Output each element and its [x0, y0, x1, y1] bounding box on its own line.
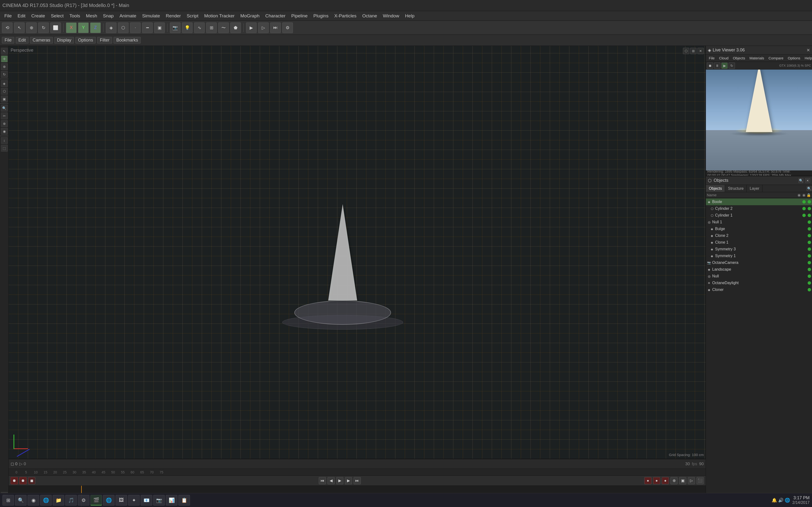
lv-stop[interactable]: ⏹	[707, 62, 713, 69]
menu-window[interactable]: Window	[380, 12, 402, 19]
left-tool-a3[interactable]: ▣	[1, 96, 8, 102]
left-tool-b1[interactable]: 🔍	[1, 105, 8, 112]
tool-deform[interactable]: 〜	[218, 22, 229, 33]
obj-tab-search-icon[interactable]: 🔍	[807, 186, 812, 191]
viewport[interactable]: Perspective ⬡ ⊞ ✕ Grid Spacing: 100 cm	[9, 46, 706, 459]
obj-vis-clone2[interactable]	[808, 234, 811, 237]
taskbar-chrome[interactable]: 🌐	[103, 495, 114, 506]
axis-z[interactable]: Z	[90, 22, 101, 33]
lv-menu-options[interactable]: Options	[786, 56, 802, 60]
menu-character[interactable]: Character	[263, 12, 288, 19]
left-tool-b3[interactable]: ⊕	[1, 120, 8, 127]
lv-play[interactable]: ▶	[721, 62, 728, 69]
axis-y[interactable]: Y	[78, 22, 89, 33]
menu-snap[interactable]: Snap	[101, 12, 116, 19]
tl-play[interactable]: ▶	[336, 477, 343, 484]
taskbar-start[interactable]: ⊞	[2, 495, 14, 506]
tl-stop[interactable]: ◼	[28, 477, 35, 484]
tl-goto-start[interactable]: ⏮	[319, 477, 326, 484]
tl-r2[interactable]: ●	[653, 477, 660, 484]
menu-render[interactable]: Render	[163, 12, 183, 19]
menu-tools[interactable]: Tools	[67, 12, 83, 19]
tl-goto-end[interactable]: ⏭	[354, 477, 361, 484]
lv-menu-compare[interactable]: Compare	[767, 56, 785, 60]
left-tool-c1[interactable]: ↕	[1, 137, 8, 144]
tool-spline[interactable]: ∿	[194, 22, 205, 33]
obj-item-cyl1[interactable]: ⬡ Cylinder 1	[709, 212, 812, 219]
obj-vis-daylight[interactable]	[808, 281, 811, 285]
obj-item-sym3[interactable]: ◈ Symmetry 3	[709, 246, 812, 252]
tl-next-frame[interactable]: ▶	[345, 477, 352, 484]
tb2-display[interactable]: Display	[54, 37, 74, 44]
menu-select[interactable]: Select	[48, 12, 66, 19]
tl-r1[interactable]: ●	[644, 477, 652, 484]
obj-item-null1[interactable]: ◎ Null 1	[706, 219, 812, 225]
menu-xparticles[interactable]: X-Particles	[332, 12, 359, 19]
tool-nurbs[interactable]: ⊞	[206, 22, 217, 33]
menu-simulate[interactable]: Simulate	[140, 12, 162, 19]
obj-item-cloner[interactable]: ◈ Cloner	[706, 286, 812, 293]
obj-vis-cyl2[interactable]	[802, 207, 806, 210]
tb2-edit2[interactable]: Edit	[16, 37, 29, 44]
lv-pause[interactable]: ⏸	[714, 62, 720, 69]
obj-tab-structure[interactable]: Structure	[725, 185, 747, 192]
menu-help[interactable]: Help	[403, 12, 417, 19]
tool-model[interactable]: ◈	[106, 22, 116, 33]
tool-object[interactable]: ⬡	[118, 22, 129, 33]
obj-mgr-search[interactable]: 🔍	[799, 178, 803, 183]
lv-refresh[interactable]: ↻	[729, 62, 735, 69]
obj-vis-sym1[interactable]	[808, 254, 811, 258]
tl-r5[interactable]: ▣	[679, 477, 686, 484]
obj-item-cyl2[interactable]: ⬡ Cylinder 2	[709, 205, 812, 212]
tool-move[interactable]: ↖	[14, 22, 24, 33]
obj-tab-objects[interactable]: Objects	[706, 185, 725, 192]
tool-faces[interactable]: ▣	[154, 22, 165, 33]
tl-r6[interactable]: ▷	[688, 477, 695, 484]
lv-menu-file[interactable]: File	[707, 56, 716, 60]
tool-effector[interactable]: ⬟	[230, 22, 241, 33]
left-tool-select[interactable]: ↖	[1, 48, 8, 55]
obj-vis-cloner[interactable]	[808, 288, 811, 291]
taskbar-task-view[interactable]: ◉	[28, 495, 39, 506]
tl-r3[interactable]: ●	[662, 477, 669, 484]
obj-item-null[interactable]: ◎ Null	[706, 273, 812, 280]
axis-x[interactable]: X	[66, 22, 77, 33]
taskbar-ai[interactable]: ✦	[128, 495, 140, 506]
obj-item-sym1[interactable]: ◈ Symmetry 1	[709, 252, 812, 259]
tl-prev-frame[interactable]: ◀	[327, 477, 335, 484]
taskbar-settings[interactable]: ⚙	[78, 495, 89, 506]
tl-auto-key[interactable]: ⏺	[19, 477, 27, 484]
tool-render-queue[interactable]: ⏭	[270, 22, 281, 33]
menu-file[interactable]: File	[2, 12, 14, 19]
obj-vis-null1[interactable]	[808, 220, 811, 224]
left-tool-c2[interactable]: ⬚	[1, 145, 8, 152]
obj-vis-null[interactable]	[808, 275, 811, 278]
menu-script[interactable]: Script	[184, 12, 201, 19]
tool-scale[interactable]: ⊕	[26, 22, 37, 33]
obj-mgr-close[interactable]: ✕	[805, 178, 810, 183]
menu-animate[interactable]: Animate	[117, 12, 139, 19]
menu-mesh[interactable]: Mesh	[84, 12, 100, 19]
obj-vis-boole[interactable]	[802, 200, 806, 204]
tb2-cameras[interactable]: Cameras	[30, 37, 53, 44]
tool-settings[interactable]: ⚙	[282, 22, 293, 33]
taskbar-cinema4d[interactable]: 🎬	[90, 495, 102, 506]
obj-rend-cyl2[interactable]	[808, 207, 811, 210]
left-tool-move[interactable]: ✛	[1, 56, 8, 62]
obj-vis-landscape[interactable]	[808, 268, 811, 271]
tl-r4[interactable]: ⊕	[670, 477, 678, 484]
lv-menu-objects[interactable]: Objects	[731, 56, 747, 60]
obj-item-clone1[interactable]: ◈ Clone 1	[709, 239, 812, 246]
obj-item-clone2[interactable]: ◈ Clone 2	[709, 232, 812, 239]
obj-tab-layer[interactable]: Layer	[747, 185, 762, 192]
taskbar-extra2[interactable]: 📋	[179, 495, 190, 506]
tool-render-active[interactable]: ▷	[258, 22, 269, 33]
menu-edit[interactable]: Edit	[15, 12, 28, 19]
lv-menu-help[interactable]: Help	[803, 56, 812, 60]
left-tool-b4[interactable]: ◉	[1, 128, 8, 135]
left-tool-b2[interactable]: ✂	[1, 113, 8, 119]
taskbar-search[interactable]: 🔍	[15, 495, 27, 506]
lv-menu-cloud[interactable]: Cloud	[717, 56, 730, 60]
obj-vis-bulge[interactable]	[808, 227, 811, 231]
tool-points[interactable]: ·	[130, 22, 141, 33]
